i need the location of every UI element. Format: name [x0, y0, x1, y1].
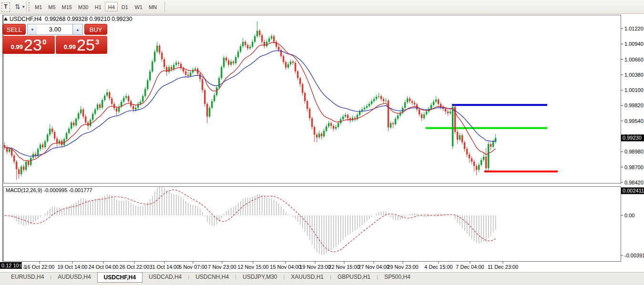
time-axis-label: 24 Oct 04:00: [89, 264, 119, 270]
sell-price-prefix: 0.99: [11, 43, 23, 51]
time-axis-label: 29 Nov 23:00: [387, 264, 418, 270]
buy-price-main: 25: [77, 37, 95, 53]
price-axis-label: 0.98420: [624, 180, 644, 185]
chart-tab-sp500[interactable]: SP500,H4: [378, 273, 417, 282]
macd-layer: [5, 186, 496, 255]
sell-price-button[interactable]: 0.99 23 0: [2, 36, 55, 54]
buy-price-prefix: 0.99: [64, 43, 76, 51]
price-axis-label: 1.00660: [624, 57, 644, 62]
time-axis-label: 4 Dec 15:00: [424, 264, 452, 270]
svg-text:0.002411: 0.002411: [623, 188, 644, 193]
volume-decrease-button[interactable]: ▼: [27, 24, 38, 35]
price-axis-label: 1.00380: [624, 72, 644, 78]
chart-tab-xauusd[interactable]: XAUUSD,H1: [285, 273, 330, 282]
time-axis-label: 7 Nov 23:00: [208, 264, 236, 270]
time-axis-label: 22 Nov 15:00: [328, 264, 359, 270]
sell-price-pipette: 0: [42, 38, 46, 46]
chart-tab-gbpusd[interactable]: GBPUSD,H1: [331, 273, 377, 282]
price-axis-label: 1.00940: [624, 41, 644, 47]
price-axis-label: 1.01220: [624, 26, 644, 31]
time-axis-label: 31 Oct 14:00: [150, 264, 180, 270]
buy-price-pipette: 3: [95, 38, 99, 46]
volume-input[interactable]: [37, 24, 73, 35]
boxes-layer: 0.992300.0024110.12 10:00: [0, 134, 644, 269]
macd-axis-label: 0.00: [624, 213, 634, 218]
time-axis-label: 26 Oct 22:00: [120, 264, 150, 270]
time-axis-label: 19 Nov 23:00: [299, 264, 330, 270]
chart-tab-usdcnh[interactable]: USDCNH,H4: [189, 273, 235, 282]
macd-axis-label: -0.003913: [624, 253, 644, 258]
svg-text:0.12 10:00: 0.12 10:00: [1, 263, 26, 268]
time-axis-label: 5 Nov 07:00: [179, 264, 207, 270]
chart-tab-usdcad[interactable]: USDCAD,H4: [143, 273, 188, 282]
time-axis-label: 19 Oct 14:00: [58, 264, 88, 270]
sell-price-main: 23: [24, 37, 42, 53]
chart-pin-icon: [4, 17, 8, 20]
time-axis-label: 12 Nov 15:00: [237, 264, 268, 270]
axes-layer[interactable]: 1.012201.009401.006601.003801.001000.998…: [6, 26, 644, 270]
chart-tab-eurusd[interactable]: EURUSD,H4: [5, 273, 50, 282]
hlines-layer: [426, 105, 558, 172]
time-axis-label: 11 Dec 23:00: [488, 264, 519, 270]
buy-price-button[interactable]: 0.99 25 3: [56, 36, 107, 54]
macd-indicator-label: MACD(12,26,9) -0.000995 -0.001777: [6, 187, 92, 193]
volume-increase-button[interactable]: ▲: [72, 24, 83, 35]
symbol-timeframe: USDCHF,H4: [10, 16, 41, 22]
time-axis-label: 16 Oct 22:00: [25, 264, 55, 270]
chart-tab-audusd[interactable]: AUDUSD,H4: [51, 273, 97, 282]
sell-button[interactable]: SELL: [3, 24, 26, 35]
time-axis-label: 27 Nov 04:00: [358, 264, 389, 270]
mt4-terminal: { "toolbar": { "text_tool_glyph": "T", "…: [0, 0, 644, 285]
chart-tab-bar: EURUSD,H4|AUDUSD,H4USDCHF,H4USDCAD,H4|US…: [0, 272, 644, 285]
chart-title: USDCHF,H4 0.99268 0.99328 0.99210 0.9923…: [10, 16, 133, 22]
time-axis-label: 15 Nov 04:00: [270, 264, 301, 270]
chart-tab-usdjpy[interactable]: USDJPY,M30: [236, 273, 283, 282]
chart-tab-usdchf[interactable]: USDCHF,H4: [97, 272, 143, 283]
price-axis-label: 1.00100: [624, 87, 644, 93]
buy-button[interactable]: BUY: [84, 24, 107, 35]
price-axis-label: 0.98700: [624, 164, 644, 170]
time-axis-label: 7 Dec 04:00: [456, 264, 484, 270]
price-axis-label: 0.99540: [624, 118, 644, 124]
svg-text:0.99230: 0.99230: [623, 135, 642, 141]
price-axis-label: 0.98980: [624, 149, 644, 154]
emas-layer: [5, 42, 496, 161]
price-axis-label: 0.99820: [624, 102, 644, 108]
ohlc-values: 0.99268 0.99328 0.99210 0.99230: [45, 16, 133, 22]
